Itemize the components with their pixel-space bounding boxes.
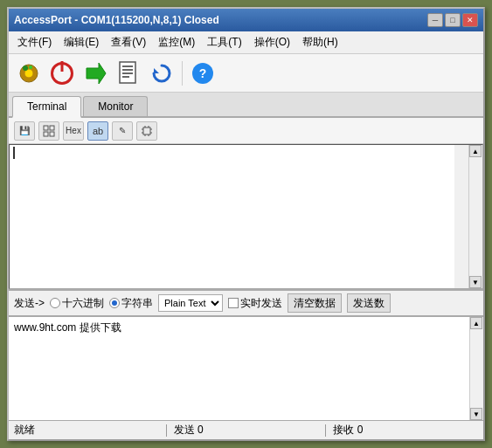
lower-scroll-up[interactable]: ▲ [470, 317, 482, 329]
menu-file[interactable]: 文件(F) [12, 33, 57, 52]
minimize-button[interactable]: ─ [427, 13, 443, 27]
format-select[interactable]: Plain Text Hex [158, 294, 223, 312]
clear-button[interactable]: 清空数据 [288, 293, 342, 313]
main-window: AccessPort - COM1(115200,N,8,1) Closed ─… [7, 7, 485, 441]
status-bar: 就绪 发送 0 接收 0 [9, 420, 483, 439]
lower-scrollbar[interactable]: ▲ ▼ [469, 317, 483, 420]
lower-panel: www.9ht.com 提供下载 ▲ ▼ [9, 315, 483, 420]
settings-button[interactable] [14, 59, 44, 88]
scroll-down-btn[interactable]: ▼ [469, 276, 482, 288]
svg-rect-5 [120, 62, 135, 83]
terminal-scrollbar[interactable]: ▲ ▼ [468, 145, 482, 288]
power-button[interactable] [47, 59, 77, 88]
menu-edit[interactable]: 编辑(E) [59, 33, 104, 52]
document-icon [117, 61, 140, 86]
send-count-label: 发送 0 [174, 423, 204, 438]
svg-point-2 [23, 65, 28, 71]
close-button[interactable]: ✕ [462, 13, 478, 27]
realtime-checkbox[interactable]: 实时发送 [228, 296, 282, 311]
status-label: 就绪 [14, 423, 35, 438]
svg-marker-10 [154, 68, 159, 73]
menu-bar: 文件(F) 编辑(E) 查看(V) 监控(M) 工具(T) 操作(O) 帮助(H… [9, 31, 483, 54]
svg-rect-15 [143, 128, 150, 134]
svg-rect-13 [44, 132, 48, 136]
arrow-right-icon [83, 61, 107, 86]
document-button[interactable] [114, 59, 143, 88]
svg-rect-12 [50, 126, 54, 130]
string-radio-indicator [109, 298, 120, 308]
svg-marker-4 [87, 63, 106, 84]
sub-toolbar: 💾 Hex ab ✎ [9, 118, 483, 144]
chip-button[interactable] [136, 121, 157, 141]
svg-rect-14 [50, 132, 54, 136]
lower-scroll-down[interactable]: ▼ [470, 408, 482, 420]
send-button[interactable]: 发送数 [347, 293, 391, 313]
status-ready: 就绪 [14, 423, 159, 438]
svg-rect-11 [44, 126, 48, 130]
realtime-checkbox-box [228, 298, 239, 308]
scroll-up-btn[interactable]: ▲ [469, 145, 482, 157]
hex-radio-indicator [50, 298, 60, 308]
terminal-content[interactable] [10, 145, 468, 288]
title-bar: AccessPort - COM1(115200,N,8,1) Closed ─… [9, 9, 483, 31]
ab-label: ab [93, 126, 103, 136]
lower-content[interactable]: www.9ht.com 提供下载 [9, 317, 483, 420]
status-recv: 接收 0 [333, 423, 478, 438]
cursor [13, 147, 15, 159]
save-button[interactable]: 💾 [14, 121, 35, 141]
title-controls: ─ □ ✕ [427, 13, 478, 27]
realtime-label: 实时发送 [240, 296, 282, 311]
menu-help[interactable]: 帮助(H) [297, 33, 343, 52]
refresh-icon [150, 62, 173, 85]
svg-point-3 [29, 65, 32, 69]
window-title: AccessPort - COM1(115200,N,8,1) Closed [14, 14, 219, 26]
tabs-bar: Terminal Monitor [9, 93, 483, 118]
ab-button[interactable]: ab [87, 121, 108, 141]
status-divider-2 [325, 424, 326, 437]
grid-icon [43, 125, 55, 137]
connect-button[interactable] [80, 59, 110, 88]
save-icon: 💾 [19, 126, 30, 135]
send-label: 发送-> [14, 296, 45, 311]
edit-button[interactable]: ✎ [112, 121, 133, 141]
input-row: 发送-> 十六进制 字符串 Plain Text Hex 实时发送 清空数据 发… [9, 289, 483, 315]
help-button[interactable]: ? [188, 59, 218, 88]
toolbar-separator [182, 61, 183, 86]
main-toolbar: ? [9, 54, 483, 93]
question-mark-icon: ? [192, 63, 213, 84]
menu-operate[interactable]: 操作(O) [249, 33, 295, 52]
string-radio[interactable]: 字符串 [109, 296, 153, 311]
tab-monitor[interactable]: Monitor [83, 96, 148, 116]
gear-icon [17, 61, 41, 86]
hex-radio[interactable]: 十六进制 [50, 296, 104, 311]
hex-label: Hex [66, 126, 81, 135]
lower-text: www.9ht.com 提供下载 [14, 321, 121, 334]
recv-count-label: 接收 0 [333, 423, 363, 438]
refresh-button[interactable] [147, 59, 177, 88]
chip-icon [141, 125, 153, 137]
grid-view-button[interactable] [38, 121, 59, 141]
edit-icon: ✎ [119, 126, 126, 135]
tab-terminal[interactable]: Terminal [12, 96, 81, 118]
menu-tools[interactable]: 工具(T) [202, 33, 246, 52]
hex-button[interactable]: Hex [63, 121, 84, 141]
status-send: 发送 0 [174, 423, 319, 438]
status-divider-1 [166, 424, 167, 437]
string-radio-label: 字符串 [121, 296, 153, 311]
menu-view[interactable]: 查看(V) [106, 33, 151, 52]
menu-monitor[interactable]: 监控(M) [153, 33, 200, 52]
maximize-button[interactable]: □ [445, 13, 461, 27]
hex-radio-label: 十六进制 [62, 296, 104, 311]
terminal-area: ▲ ▼ [9, 144, 483, 289]
